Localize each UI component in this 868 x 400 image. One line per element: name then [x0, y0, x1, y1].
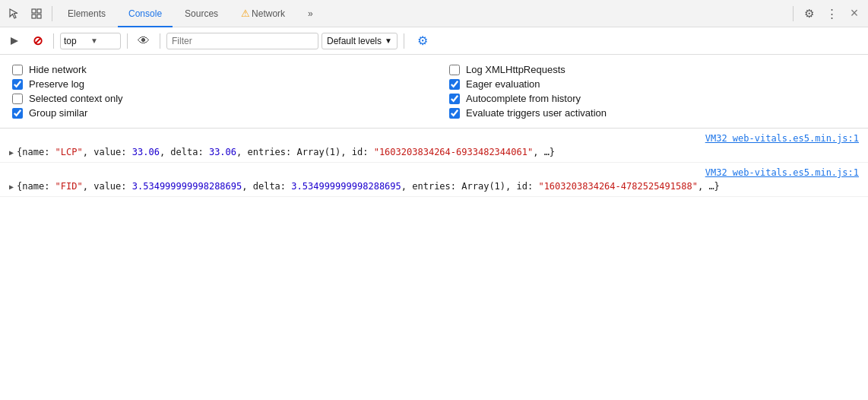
- svg-rect-0: [32, 9, 36, 13]
- tab-elements[interactable]: Elements: [57, 0, 116, 27]
- expand-arrow-1[interactable]: ▶: [9, 147, 14, 158]
- divider2: [793, 6, 794, 21]
- expand-arrow-2[interactable]: ▶: [9, 181, 14, 192]
- autocomplete-label: Autocomplete from history: [466, 93, 581, 104]
- selected-context-row[interactable]: Selected context only: [12, 91, 419, 106]
- eager-eval-row[interactable]: Eager evaluation: [449, 77, 856, 91]
- console-entry-fid: VM32 web-vitals.es5.min.js:1 ▶ {name: "F…: [0, 163, 868, 197]
- settings-icon[interactable]: ⚙: [798, 3, 819, 24]
- divider4: [127, 33, 128, 49]
- svg-rect-1: [37, 9, 41, 13]
- tab-console[interactable]: Console: [118, 0, 173, 27]
- eye-icon[interactable]: 👁: [134, 31, 154, 51]
- divider: [52, 6, 52, 21]
- hide-network-checkbox[interactable]: [12, 65, 23, 75]
- entry-code-1: {name: "LCP", value: 33.06, delta: 33.06…: [17, 145, 555, 159]
- tab-bar: Elements Console Sources ⚠ Network » ⚙ ⋮…: [0, 0, 868, 27]
- entry-source-2[interactable]: VM32 web-vitals.es5.min.js:1: [705, 166, 859, 179]
- entry-header-1: VM32 web-vitals.es5.min.js:1: [6, 132, 868, 145]
- evaluate-triggers-label: Evaluate triggers user activation: [466, 107, 607, 119]
- warning-icon: ⚠: [241, 8, 250, 19]
- entry-source-1[interactable]: VM32 web-vitals.es5.min.js:1: [705, 132, 859, 145]
- filter-input[interactable]: [166, 33, 318, 49]
- toolbar: ⊘ top ▼ 👁 Default levels ▼ ⚙: [0, 27, 868, 55]
- settings-left: Hide network Preserve log Selected conte…: [12, 62, 419, 120]
- eager-eval-label: Eager evaluation: [466, 78, 540, 90]
- eager-eval-checkbox[interactable]: [449, 79, 460, 90]
- preserve-log-row[interactable]: Preserve log: [12, 77, 419, 91]
- group-similar-checkbox[interactable]: [12, 108, 23, 119]
- evaluate-triggers-checkbox[interactable]: [449, 108, 460, 119]
- preserve-log-checkbox[interactable]: [12, 79, 23, 90]
- selected-context-label: Selected context only: [29, 93, 123, 104]
- tab-sources[interactable]: Sources: [174, 0, 229, 27]
- svg-rect-2: [32, 14, 36, 18]
- log-xhr-row[interactable]: Log XMLHttpRequests: [449, 62, 856, 77]
- default-levels-label: Default levels: [327, 36, 382, 46]
- cursor-icon[interactable]: [3, 3, 24, 24]
- chevron-icon: ▼: [90, 37, 117, 45]
- svg-rect-3: [37, 14, 41, 18]
- tab-bar-right: ⚙ ⋮ ×: [790, 3, 865, 24]
- default-levels-button[interactable]: Default levels ▼: [322, 33, 398, 49]
- log-xhr-checkbox[interactable]: [449, 65, 460, 75]
- more-options-icon[interactable]: ⋮: [821, 3, 842, 24]
- divider3: [53, 33, 54, 49]
- selected-context-checkbox[interactable]: [12, 94, 23, 104]
- close-icon[interactable]: ×: [844, 3, 865, 24]
- entry-body-1: ▶ {name: "LCP", value: 33.06, delta: 33.…: [6, 145, 868, 159]
- tab-network[interactable]: ⚠ Network: [230, 0, 296, 27]
- tab-bar-left: Elements Console Sources ⚠ Network »: [3, 0, 324, 27]
- divider5: [160, 33, 160, 49]
- hide-network-label: Hide network: [29, 64, 87, 75]
- settings-panel: Hide network Preserve log Selected conte…: [0, 55, 868, 129]
- group-similar-row[interactable]: Group similar: [12, 106, 419, 120]
- chevron-down-icon: ▼: [385, 37, 392, 45]
- inspect-icon[interactable]: [26, 3, 47, 24]
- autocomplete-checkbox[interactable]: [449, 94, 460, 104]
- settings-right: Log XMLHttpRequests Eager evaluation Aut…: [449, 62, 856, 120]
- svg-marker-4: [11, 37, 18, 45]
- log-xhr-label: Log XMLHttpRequests: [466, 64, 565, 75]
- run-icon[interactable]: [5, 31, 24, 51]
- clear-icon[interactable]: ⊘: [27, 31, 47, 51]
- evaluate-triggers-row[interactable]: Evaluate triggers user activation: [449, 106, 856, 120]
- entry-body-2: ▶ {name: "FID", value: 3.534999999998288…: [6, 179, 868, 193]
- hide-network-row[interactable]: Hide network: [12, 62, 419, 77]
- console-settings-icon[interactable]: ⚙: [413, 32, 432, 50]
- context-selector[interactable]: top ▼: [60, 33, 121, 49]
- group-similar-label: Group similar: [29, 107, 87, 119]
- context-value: top: [64, 36, 90, 46]
- divider6: [404, 33, 404, 49]
- console-area: VM32 web-vitals.es5.min.js:1 ▶ {name: "L…: [0, 129, 868, 197]
- console-entry-lcp: VM32 web-vitals.es5.min.js:1 ▶ {name: "L…: [0, 129, 868, 163]
- preserve-log-label: Preserve log: [29, 78, 84, 90]
- autocomplete-row[interactable]: Autocomplete from history: [449, 91, 856, 106]
- entry-header-2: VM32 web-vitals.es5.min.js:1: [6, 166, 868, 179]
- tab-more[interactable]: »: [297, 0, 324, 27]
- entry-code-2: {name: "FID", value: 3.53499999999828869…: [17, 179, 720, 193]
